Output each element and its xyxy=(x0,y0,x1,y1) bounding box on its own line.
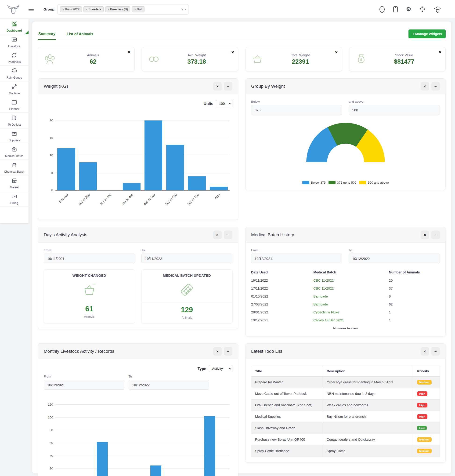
card-value: 61 xyxy=(44,301,135,313)
group-chip[interactable]: ×Bull xyxy=(132,6,145,12)
info-icon[interactable] xyxy=(379,6,385,13)
minimize-icon[interactable]: − xyxy=(431,347,440,355)
legend-item: Below 375 xyxy=(302,181,326,184)
sidebar-item-billing[interactable]: Billing xyxy=(0,191,29,207)
close-icon[interactable]: × xyxy=(421,82,429,90)
batch-link[interactable]: Cydectin w Fluke xyxy=(313,310,339,314)
minimize-icon[interactable]: − xyxy=(224,231,232,239)
date-used-cell: 19/11/2022 xyxy=(251,277,313,284)
widget-medical-batch-history: Medical Batch History × − From To xyxy=(245,227,446,336)
y-axis-tick-label: 5 xyxy=(45,171,53,174)
sidebar-item-medical-batch[interactable]: Medical Batch xyxy=(0,144,29,160)
avatar-icon[interactable] xyxy=(433,5,442,14)
batch-link[interactable]: Barricade xyxy=(313,295,328,298)
hamburger-menu-icon[interactable] xyxy=(28,7,34,12)
sidebar-item-label: Paddocks xyxy=(8,60,21,64)
to-date-input[interactable] xyxy=(141,254,233,263)
bar xyxy=(204,416,215,476)
planner-icon xyxy=(11,99,17,106)
from-date-input[interactable] xyxy=(44,380,124,390)
widget-days-activity: Day's Activity Analysis × − From To xyxy=(38,227,238,329)
below-input[interactable] xyxy=(251,105,342,115)
bar-slot xyxy=(69,405,82,476)
sidebar-item-machine[interactable]: Machine xyxy=(0,82,29,97)
bar-slot xyxy=(77,121,99,190)
sidebar-item-chemical-batch[interactable]: Chemical Batch xyxy=(0,160,29,175)
close-icon[interactable]: ✕ xyxy=(127,50,130,55)
stat-label: Total Weight xyxy=(264,53,337,57)
sidebar-item-label: Rain Gauge xyxy=(7,76,22,79)
sidebar-item-dashboard[interactable]: Dashboard xyxy=(0,19,29,34)
batch-link[interactable]: Barricade xyxy=(313,303,328,306)
notes-icon[interactable] xyxy=(393,6,398,13)
close-icon[interactable]: × xyxy=(213,231,222,239)
sidebar-item-label: Medical Batch xyxy=(5,154,24,158)
above-input[interactable] xyxy=(349,105,440,115)
clear-all-icon[interactable]: × xyxy=(181,7,183,11)
todo-priority-cell: Medium xyxy=(413,377,440,388)
group-label: Group: xyxy=(43,7,56,11)
sidebar-item-market[interactable]: Market xyxy=(0,175,29,191)
from-date-input[interactable] xyxy=(44,254,135,263)
manage-widgets-button[interactable]: + Manage Widgets xyxy=(408,29,446,38)
sidebar-item-planner[interactable]: Planner xyxy=(0,97,29,113)
blister-pack-icon xyxy=(142,277,232,302)
minimize-icon[interactable]: − xyxy=(431,82,440,90)
close-icon[interactable]: × xyxy=(421,347,429,355)
from-date-input[interactable] xyxy=(251,254,342,263)
to-date-input[interactable] xyxy=(349,254,440,263)
todo-title-cell: Move Cattle out of Tower Paddock xyxy=(251,388,323,400)
batch-link[interactable]: Calves 19 Dec 2021 xyxy=(313,318,344,322)
group-chip[interactable]: ×Breeders xyxy=(83,6,104,12)
type-select[interactable]: Activity xyxy=(209,365,232,372)
close-icon[interactable]: ✕ xyxy=(335,50,338,55)
card-title: MEDICAL BATCH UPDATED xyxy=(142,270,232,277)
chevron-down-icon[interactable]: ▾ xyxy=(185,8,186,10)
bar-slot xyxy=(203,405,216,476)
group-filter-input[interactable]: ×Born 2022×Breeders×Breeders (B)×Bull × … xyxy=(57,4,188,15)
medical-batch-cell: Calves 19 Dec 2021 xyxy=(313,316,389,324)
medical-batch-cell: CBC 11-2022 xyxy=(313,284,389,292)
bull-logo-icon[interactable] xyxy=(7,4,20,15)
column-header: Title xyxy=(251,366,323,377)
bar xyxy=(79,162,97,190)
date-used-cell: 19/12/2021 xyxy=(251,316,313,324)
paw-icon xyxy=(43,53,57,66)
tab-summary[interactable]: Summary xyxy=(38,30,56,40)
table-row: Spray Cattle BarricadeSpray CattleMedium xyxy=(251,445,440,457)
tab-list-of-animals[interactable]: List of Animals xyxy=(66,31,94,40)
legend-label: 375 up to 500 xyxy=(337,181,357,184)
close-icon[interactable]: × xyxy=(421,231,429,239)
minimize-icon[interactable]: − xyxy=(224,82,232,90)
close-icon[interactable]: × xyxy=(213,347,222,355)
to-date-input[interactable] xyxy=(129,380,209,390)
manage-widgets-label: Manage Widgets xyxy=(414,32,442,36)
chip-remove-icon[interactable]: × xyxy=(107,8,109,11)
units-select[interactable]: 100 xyxy=(216,100,232,107)
gear-icon[interactable]: ⚙ xyxy=(406,6,411,12)
close-icon[interactable]: × xyxy=(213,82,222,90)
bar xyxy=(166,145,184,190)
close-icon[interactable]: ✕ xyxy=(439,50,442,55)
machine-icon xyxy=(11,83,17,90)
sidebar-item-paddocks[interactable]: Paddocks xyxy=(0,50,29,66)
table-row: Purchase new Spray Unit QR400Contact dea… xyxy=(251,434,440,445)
batch-link[interactable]: CBC 11-2022 xyxy=(313,279,334,282)
batch-link[interactable]: CBC 11-2022 xyxy=(313,287,334,290)
chip-remove-icon[interactable]: × xyxy=(86,8,88,11)
minimize-icon[interactable]: − xyxy=(224,347,232,355)
sidebar-item-rain-gauge[interactable]: Rain Gauge xyxy=(0,66,29,82)
group-chip[interactable]: ×Breeders (B) xyxy=(105,6,130,12)
close-icon[interactable]: ✕ xyxy=(231,50,234,55)
chip-remove-icon[interactable]: × xyxy=(134,8,136,11)
table-row: 19/11/2022CBC 11-202220 xyxy=(251,277,440,284)
group-chip[interactable]: ×Born 2022 xyxy=(60,6,82,12)
minimize-icon[interactable]: − xyxy=(431,231,440,239)
sidebar-item-to-do-list[interactable]: To Do List xyxy=(0,113,29,128)
chip-remove-icon[interactable]: × xyxy=(62,8,64,11)
sidebar-item-livestock[interactable]: Livestock xyxy=(0,34,29,50)
sidebar-item-supplies[interactable]: Supplies xyxy=(0,128,29,144)
animal-count-cell: 8 xyxy=(389,292,440,300)
chipbox-controls: × ▾ xyxy=(181,7,186,11)
move-icon[interactable] xyxy=(419,6,426,12)
